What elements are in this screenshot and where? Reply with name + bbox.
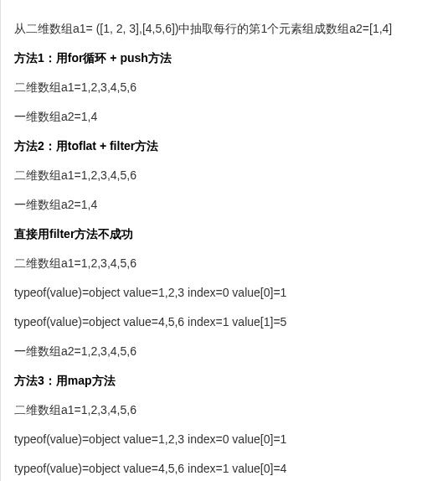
- heading-filter-fail: 直接用filter方法不成功: [14, 225, 435, 243]
- text-line: 二维数组a1=1,2,3,4,5,6: [14, 79, 435, 96]
- text-line: typeof(value)=object value=4,5,6 index=1…: [14, 460, 435, 478]
- text-line: typeof(value)=object value=1,2,3 index=0…: [14, 284, 435, 302]
- text-line: 一维数组a2=1,2,3,4,5,6: [14, 343, 435, 360]
- heading-method2: 方法2：用toflat + filter方法: [14, 137, 435, 155]
- heading-method3: 方法3：用map方法: [14, 372, 435, 390]
- heading-method1: 方法1：用for循环 + push方法: [14, 49, 435, 67]
- text-line: 一维数组a2=1,4: [14, 196, 435, 214]
- text-line: 二维数组a1=1,2,3,4,5,6: [14, 401, 435, 419]
- content-area: 从二维数组a1= ([1, 2, 3],[4,5,6])中抽取每行的第1个元素组…: [14, 20, 435, 481]
- text-line: 二维数组a1=1,2,3,4,5,6: [14, 167, 435, 184]
- text-line: 一维数组a2=1,4: [14, 108, 435, 126]
- text-line: 从二维数组a1= ([1, 2, 3],[4,5,6])中抽取每行的第1个元素组…: [14, 20, 435, 38]
- text-line: typeof(value)=object value=4,5,6 index=1…: [14, 313, 435, 331]
- text-line: 二维数组a1=1,2,3,4,5,6: [14, 255, 435, 272]
- text-line: typeof(value)=object value=1,2,3 index=0…: [14, 431, 435, 448]
